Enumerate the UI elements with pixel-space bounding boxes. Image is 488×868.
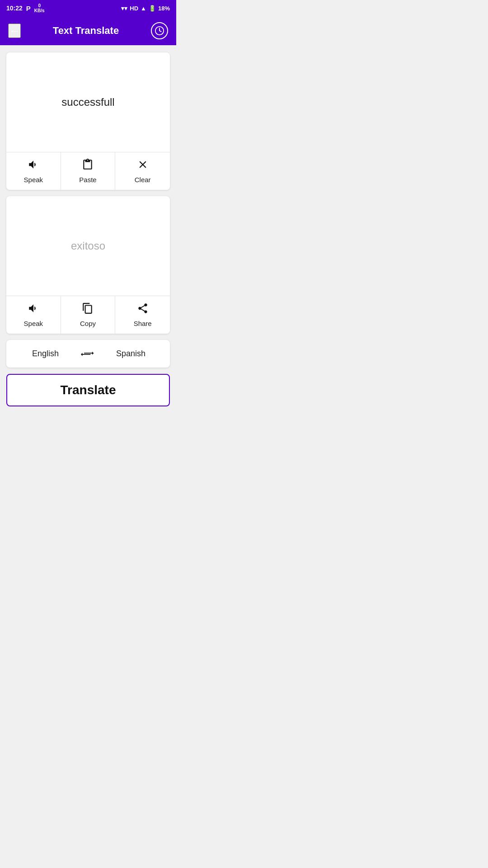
output-card: exitoso Speak Copy bbox=[6, 196, 170, 334]
battery-level: 18% bbox=[158, 5, 170, 12]
output-text-area: exitoso bbox=[6, 196, 170, 296]
p-icon: P bbox=[26, 5, 31, 12]
speak-input-label: Speak bbox=[24, 176, 43, 184]
speak-output-label: Speak bbox=[24, 320, 43, 327]
speak-output-button[interactable]: Speak bbox=[6, 296, 61, 334]
copy-label: Copy bbox=[80, 320, 96, 327]
wifi-icon: ▾▾ bbox=[121, 5, 127, 12]
history-button[interactable] bbox=[151, 22, 168, 39]
clear-label: Clear bbox=[135, 176, 151, 184]
paste-icon bbox=[82, 159, 94, 173]
translate-button[interactable]: Translate bbox=[6, 374, 170, 406]
input-text: successfull bbox=[61, 96, 114, 108]
time: 10:22 bbox=[6, 5, 23, 12]
source-language-button[interactable]: English bbox=[14, 344, 77, 363]
speaker-output-icon bbox=[28, 302, 39, 317]
language-selector-row: English Spanish bbox=[6, 340, 170, 368]
output-text: exitoso bbox=[71, 240, 105, 252]
clear-button[interactable]: Clear bbox=[115, 152, 170, 190]
top-bar: ← Text Translate bbox=[0, 16, 176, 45]
share-icon bbox=[137, 302, 149, 317]
history-icon bbox=[155, 26, 164, 36]
speaker-icon bbox=[28, 159, 39, 173]
main-content: successfull Speak Paste bbox=[0, 45, 176, 414]
battery-icon: 🔋 bbox=[149, 5, 156, 12]
output-btn-row: Speak Copy Share bbox=[6, 296, 170, 334]
page-title: Text Translate bbox=[53, 25, 119, 37]
copy-icon bbox=[82, 302, 94, 317]
share-button[interactable]: Share bbox=[115, 296, 170, 334]
share-label: Share bbox=[134, 320, 152, 327]
hd-badge: HD bbox=[130, 5, 138, 12]
input-text-area[interactable]: successfull bbox=[6, 52, 170, 152]
input-card: successfull Speak Paste bbox=[6, 52, 170, 190]
status-left: 10:22 P 0 KB/s bbox=[6, 3, 45, 13]
clear-icon bbox=[137, 159, 149, 173]
signal-icon: ▲ bbox=[141, 5, 146, 12]
network-speed: 0 KB/s bbox=[34, 3, 45, 13]
speak-input-button[interactable]: Speak bbox=[6, 152, 61, 190]
back-button[interactable]: ← bbox=[8, 24, 21, 38]
input-btn-row: Speak Paste Clear bbox=[6, 152, 170, 190]
paste-button[interactable]: Paste bbox=[61, 152, 116, 190]
copy-button[interactable]: Copy bbox=[61, 296, 116, 334]
swap-languages-button[interactable] bbox=[77, 345, 99, 363]
target-language-button[interactable]: Spanish bbox=[99, 344, 163, 363]
status-bar: 10:22 P 0 KB/s ▾▾ HD ▲ 🔋 18% bbox=[0, 0, 176, 16]
status-right: ▾▾ HD ▲ 🔋 18% bbox=[121, 5, 170, 12]
paste-label: Paste bbox=[79, 176, 96, 184]
